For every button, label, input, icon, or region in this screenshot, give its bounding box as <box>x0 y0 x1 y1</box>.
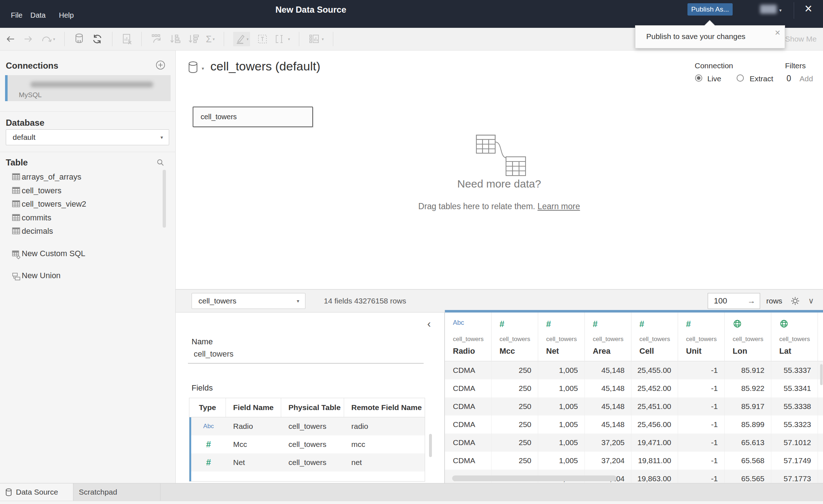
sidebar-scrollbar[interactable] <box>163 170 166 228</box>
tab-scratchpad[interactable]: Scratchpad <box>79 483 117 501</box>
logical-table-card[interactable]: cell_towers <box>193 107 313 127</box>
cell: 55.3323 <box>771 415 818 434</box>
grid-col-name: Mcc <box>500 346 515 356</box>
cell: 85.912 <box>725 361 771 379</box>
menu-file[interactable]: File <box>11 11 22 20</box>
app-window: File Data Help New Data Source Publish A… <box>0 0 823 504</box>
show-me-button[interactable]: Show Me <box>785 35 817 43</box>
fields-scrollbar[interactable] <box>429 434 432 457</box>
sort-ascending-icon[interactable] <box>169 34 181 44</box>
gear-icon[interactable] <box>790 296 800 307</box>
new-union[interactable]: New Union <box>0 270 170 283</box>
cell: 1,005 <box>538 397 585 415</box>
grid-col-area[interactable]: # cell_towers Area <box>585 313 631 361</box>
live-radio[interactable] <box>695 74 702 82</box>
cell: 1,005 <box>538 415 585 434</box>
show-cards-icon[interactable]: ▾ <box>308 33 324 45</box>
cell: 1,005 <box>538 379 585 397</box>
undo-icon[interactable] <box>5 34 16 44</box>
field-row[interactable]: # Net cell_towers net <box>189 453 425 471</box>
table-selector[interactable]: cell_towers ▾ <box>192 293 305 309</box>
grid-row[interactable]: CDMA 250 1,005 45,148 25,452.00 -1 85.92… <box>445 379 823 397</box>
fit-cell-icon[interactable]: ▾ <box>275 34 290 44</box>
text-label-icon[interactable] <box>257 34 268 44</box>
avatar-caret-icon[interactable]: ▾ <box>779 8 782 13</box>
cell: -1 <box>678 361 725 379</box>
grid-row[interactable]: CDMA 250 1,005 45,148 25,451.00 -1 85.91… <box>445 397 823 415</box>
database-select[interactable]: default ▾ <box>6 129 169 145</box>
highlight-icon[interactable]: ▾ <box>233 32 250 46</box>
datasource-icon[interactable] <box>187 61 200 76</box>
menu-data[interactable]: Data <box>30 11 46 20</box>
field-type-icon: # <box>191 435 226 453</box>
collapse-pane-icon[interactable]: ‹ <box>427 318 431 330</box>
replay-icon[interactable]: ▾ <box>40 34 55 44</box>
search-icon[interactable] <box>156 158 165 168</box>
sidebar-item-decimals[interactable]: decimals <box>0 225 170 238</box>
fields-rows-summary: 14 fields 43276158 rows <box>324 290 406 312</box>
row-count-input[interactable]: 100 → <box>708 293 760 309</box>
connection-item[interactable]: MySQL <box>5 75 171 101</box>
cell: CDMA <box>445 415 492 434</box>
learn-more-link[interactable]: Learn more <box>537 202 580 211</box>
grid-col-lon[interactable]: cell_towers Lon <box>725 313 771 361</box>
extract-radio[interactable] <box>737 74 744 82</box>
table-icon <box>12 200 20 208</box>
filters-add-button[interactable]: Add <box>800 74 813 83</box>
tooltip-close-icon[interactable]: × <box>775 27 780 38</box>
add-connection-icon[interactable] <box>155 60 166 72</box>
sidebar-item-arrays-of-arrays[interactable]: arrays_of_arrays <box>0 171 170 184</box>
fit-caret-icon[interactable]: ▾ <box>288 37 290 42</box>
collapse-preview-icon[interactable]: ∨ <box>808 290 814 312</box>
grid-col-mcc[interactable]: # cell_towers Mcc <box>492 313 538 361</box>
tab-data-source[interactable]: Data Source <box>0 483 73 501</box>
live-label[interactable]: Live <box>707 74 721 83</box>
grid-col-table: cell_towers <box>686 336 717 343</box>
avatar[interactable] <box>760 5 777 14</box>
sidebar-item-cell-towers[interactable]: cell_towers <box>0 184 170 198</box>
bottom-status-strip <box>0 501 823 504</box>
grid-row[interactable]: CDMA 250 1,005 37,204 19,811.00 -1 65.56… <box>445 452 823 470</box>
apply-rows-icon[interactable]: → <box>747 293 755 309</box>
sort-descending-icon[interactable] <box>188 34 199 44</box>
grid-col-radio[interactable]: Abc cell_towers Radio <box>445 313 492 361</box>
highlight-caret-icon[interactable]: ▾ <box>247 37 249 42</box>
redo-icon[interactable] <box>23 34 34 44</box>
totals-icon[interactable]: Σ ▾ <box>206 34 215 44</box>
grid-col-cell[interactable]: # cell_towers Cell <box>631 313 678 361</box>
preview-toolbar: cell_towers ▾ 14 fields 43276158 rows 10… <box>176 289 823 313</box>
cell: 250 <box>492 452 538 470</box>
name-input[interactable]: cell_towers <box>194 349 233 359</box>
datasource-caret-icon[interactable]: ▾ <box>202 66 204 71</box>
name-label: Name <box>192 337 213 346</box>
field-row[interactable]: # Mcc cell_towers mcc <box>189 435 425 453</box>
publish-as-button[interactable]: Publish As... <box>687 3 733 16</box>
grid-row[interactable]: CDMA 250 1,005 37,205 19,471.00 -1 65.61… <box>445 434 823 452</box>
datasource-title[interactable]: cell_towers (default) <box>210 59 320 73</box>
cell: 37,204 <box>585 452 631 470</box>
cell: CDMA <box>445 361 492 379</box>
refresh-icon[interactable] <box>91 33 103 45</box>
sidebar-item-cell-towers-view2[interactable]: cell_towers_view2 <box>0 198 170 211</box>
field-row[interactable]: Abc Radio cell_towers radio <box>189 417 425 435</box>
vertical-scrollbar[interactable] <box>820 364 823 385</box>
grid-col-unit[interactable]: # cell_towers Unit <box>678 313 725 361</box>
new-custom-sql[interactable]: New Custom SQL <box>0 248 170 261</box>
totals-caret-icon[interactable]: ▾ <box>213 37 215 42</box>
close-icon[interactable]: × <box>805 1 812 16</box>
cell: 1,005 <box>538 361 585 379</box>
extract-label[interactable]: Extract <box>750 74 773 83</box>
grid-row[interactable]: CDMA 250 1,005 45,148 25,456.00 -1 85.89… <box>445 415 823 434</box>
cards-caret-icon[interactable]: ▾ <box>322 37 324 42</box>
grid-row[interactable]: CDMA 250 1,005 45,148 25,455.00 -1 85.91… <box>445 361 823 379</box>
sidebar-item-commits[interactable]: commits <box>0 211 170 225</box>
clear-sheet-icon[interactable] <box>121 33 132 45</box>
grid-col-net[interactable]: # cell_towers Net <box>538 313 585 361</box>
grid-col-lat[interactable]: cell_towers Lat <box>771 313 818 361</box>
replay-caret-icon[interactable]: ▾ <box>53 37 55 42</box>
menu-help[interactable]: Help <box>59 11 74 20</box>
publish-tooltip: Publish to save your changes × <box>635 25 785 48</box>
pause-updates-icon[interactable] <box>74 33 85 45</box>
horizontal-scrollbar[interactable] <box>452 475 617 481</box>
swap-rows-columns-icon[interactable] <box>151 33 162 45</box>
